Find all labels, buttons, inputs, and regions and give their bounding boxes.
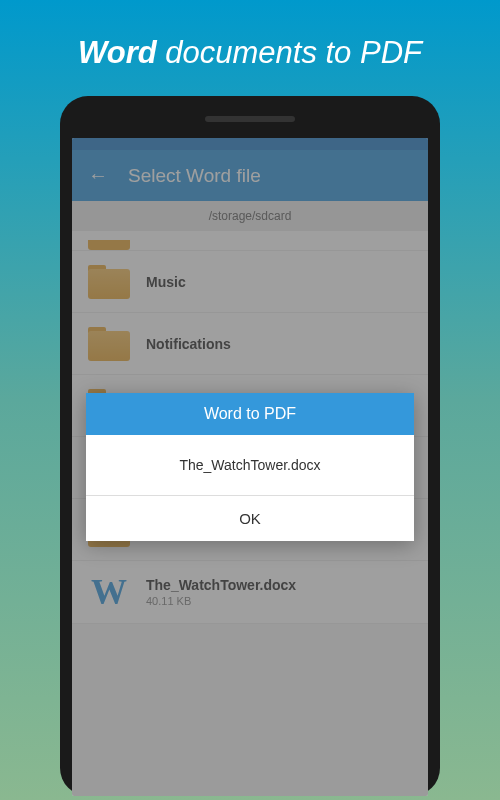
dialog-title: Word to PDF xyxy=(86,393,414,435)
ok-button[interactable]: OK xyxy=(86,496,414,541)
phone-frame: ← Select Word file /storage/sdcard Music… xyxy=(60,96,440,796)
dialog-filename: The_WatchTower.docx xyxy=(86,435,414,496)
phone-speaker xyxy=(205,116,295,122)
dialog: Word to PDF The_WatchTower.docx OK xyxy=(86,393,414,541)
screen: ← Select Word file /storage/sdcard Music… xyxy=(72,138,428,796)
promo-headline: Word documents to PDF xyxy=(0,0,500,96)
